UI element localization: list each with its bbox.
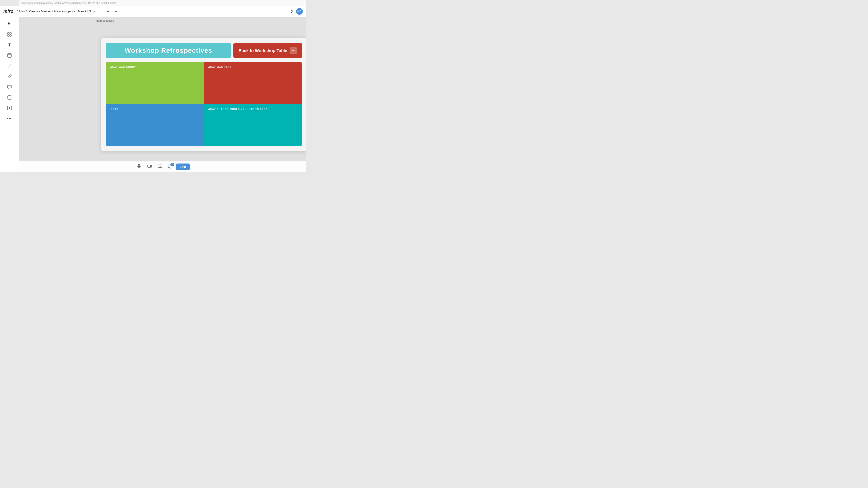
flag-icon[interactable]: ℱ (291, 9, 294, 14)
breadcrumb-text: Retrospectives (96, 19, 114, 22)
canvas-area: Workshop Retrospectives Back to Workshop… (19, 17, 306, 172)
cell-good-label: What was good? (110, 66, 136, 68)
retro-grid: What was good? What was bad? Ideas What … (106, 62, 302, 146)
line-tool[interactable] (5, 61, 14, 71)
svg-rect-2 (7, 35, 9, 36)
workshop-title: Workshop Retrospectives (125, 47, 212, 55)
back-button-arrow-icon: → (290, 47, 297, 54)
cell-good[interactable]: What was good? (106, 62, 204, 104)
avatar[interactable]: MO (296, 8, 303, 15)
svg-rect-14 (148, 165, 151, 167)
svg-rect-12 (138, 164, 140, 167)
url-bar: https://miro.com/app/board/o9J_ksohbZA=/… (19, 0, 306, 6)
more-tool[interactable]: ••• (5, 114, 14, 123)
star-icon[interactable]: ★ (93, 10, 95, 13)
svg-rect-3 (10, 35, 11, 36)
svg-point-16 (168, 166, 170, 167)
sticky-tool[interactable] (5, 51, 14, 60)
board-content: Workshop Retrospectives Back to Workshop… (101, 38, 306, 151)
cell-bad-label: What was bad? (208, 66, 231, 68)
top-bar: miro 8 May B: Creative Meetings & Worksh… (0, 6, 306, 17)
comment-tool[interactable] (5, 83, 14, 92)
cursor-tool[interactable] (5, 19, 14, 29)
upload-tool[interactable] (5, 103, 14, 112)
participant-badge[interactable]: 2 (167, 164, 173, 170)
cell-change[interactable]: What change would you like to see? (204, 104, 302, 146)
frame-tool[interactable] (5, 93, 14, 102)
cell-change-label: What change would you like to see? (208, 108, 267, 110)
join-button[interactable]: Join (176, 163, 190, 170)
camera-icon[interactable] (146, 163, 153, 171)
back-to-workshop-button[interactable]: Back to Workshop Table → (234, 43, 302, 58)
grid-tool[interactable] (5, 30, 14, 39)
bottom-bar: 2 Join (19, 161, 306, 172)
url-text: https://miro.com/app/board/o9J_ksohbZA=/… (22, 2, 117, 4)
svg-rect-10 (7, 96, 11, 99)
pen-tool[interactable] (5, 72, 14, 81)
svg-rect-0 (7, 33, 9, 34)
cell-ideas[interactable]: Ideas (106, 104, 204, 146)
top-right: ℱ MO (291, 8, 303, 15)
svg-rect-4 (7, 54, 11, 57)
back-button-label: Back to Workshop Table (239, 48, 287, 54)
participant-count: 2 (170, 163, 174, 166)
text-tool[interactable]: T (5, 40, 14, 50)
workshop-title-banner: Workshop Retrospectives (106, 43, 231, 58)
left-sidebar: T ••• (0, 17, 19, 172)
breadcrumb: Retrospectives (93, 17, 306, 24)
board-header: Workshop Retrospectives Back to Workshop… (106, 43, 302, 58)
cell-bad[interactable]: What was bad? (204, 62, 302, 104)
cell-ideas-label: Ideas (110, 108, 118, 110)
share-button[interactable]: ↑ (99, 8, 103, 14)
board-title: 8 May B: Creative Meetings & Workshops w… (17, 10, 91, 13)
undo-button[interactable]: ↩ (105, 8, 111, 14)
top-actions: ↑ ↩ ↪ (99, 8, 119, 14)
redo-button[interactable]: ↪ (113, 8, 119, 14)
svg-line-6 (8, 64, 11, 68)
share-screen-icon[interactable] (156, 163, 163, 171)
svg-rect-1 (10, 33, 11, 34)
miro-logo: miro (3, 9, 13, 14)
microphone-icon[interactable] (135, 163, 143, 171)
